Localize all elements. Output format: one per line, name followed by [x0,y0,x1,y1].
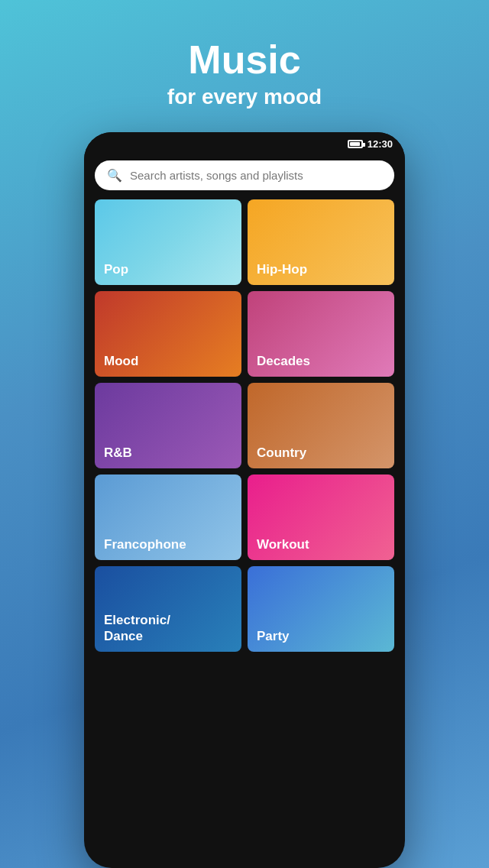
genre-label-decades: Decades [257,354,310,369]
phone-content: 🔍 Search artists, songs and playlists Po… [84,153,405,662]
genre-label-rnb: R&B [104,445,132,461]
genre-label-country: Country [257,445,306,461]
genre-card-rnb[interactable]: R&B [95,383,241,468]
genre-card-pop[interactable]: Pop [95,199,241,285]
search-bar[interactable]: 🔍 Search artists, songs and playlists [95,160,394,190]
genre-label-hiphop: Hip-Hop [257,262,307,277]
genre-label-mood: Mood [104,354,138,369]
status-bar: 12:30 [84,132,405,153]
search-icon: 🔍 [107,168,122,183]
genre-card-electronic[interactable]: Electronic/Dance [95,566,241,652]
status-time: 12:30 [368,138,393,150]
genre-card-workout[interactable]: Workout [248,474,394,560]
genre-grid: Pop Hip-Hop Mood Decades R&B Country Fra… [95,199,394,652]
phone-frame: 12:30 🔍 Search artists, songs and playli… [84,132,405,868]
genre-card-mood[interactable]: Mood [95,291,241,377]
battery-icon [348,140,363,148]
genre-label-electronic: Electronic/Dance [104,613,170,644]
genre-label-workout: Workout [257,537,309,552]
page-title: Music [167,38,322,82]
genre-card-party[interactable]: Party [248,566,394,652]
genre-label-francophone: Francophone [104,537,186,552]
genre-label-party: Party [257,629,290,644]
header-section: Music for every mood [167,0,322,109]
search-placeholder: Search artists, songs and playlists [130,169,303,182]
genre-label-pop: Pop [104,262,128,277]
genre-card-country[interactable]: Country [248,383,394,468]
genre-card-hiphop[interactable]: Hip-Hop [248,199,394,285]
page-subtitle: for every mood [167,85,322,109]
genre-card-decades[interactable]: Decades [248,291,394,377]
genre-card-francophone[interactable]: Francophone [95,474,241,560]
